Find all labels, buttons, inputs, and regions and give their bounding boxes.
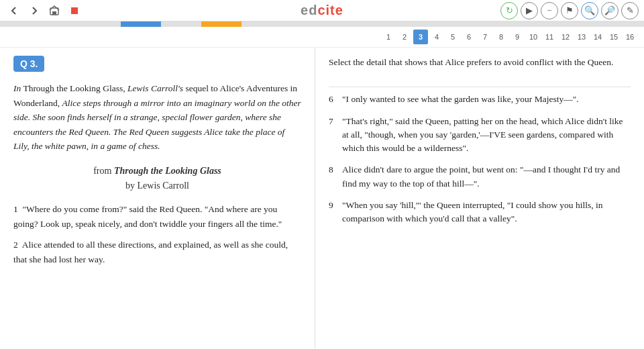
from-word: from: [93, 166, 114, 176]
question-number-3[interactable]: 3: [413, 30, 428, 44]
progress-seg-10: [362, 21, 402, 27]
passage-author-name: Lewis Carroll's: [127, 83, 183, 93]
progress-seg-4: [121, 21, 161, 27]
progress-seg-14: [523, 21, 564, 27]
progress-seg-2: [40, 21, 80, 27]
progress-seg-3: [80, 21, 121, 27]
answer-option-9[interactable]: 9 "When you say 'hill,'" the Queen inter…: [329, 199, 631, 226]
minus-button[interactable]: −: [541, 2, 558, 19]
question-number-6[interactable]: 6: [462, 30, 476, 44]
option-num-9: 9: [329, 199, 338, 212]
progress-seg-16: [604, 21, 644, 27]
question-divider: [329, 87, 631, 87]
question-number-11[interactable]: 11: [542, 30, 557, 44]
question-label: Q 3.: [13, 56, 44, 72]
passage-intro: In Through the Looking Glass, Lewis Carr…: [13, 81, 301, 154]
back-button[interactable]: [5, 2, 23, 19]
option-num-7: 7: [329, 115, 338, 128]
question-number-15[interactable]: 15: [606, 30, 621, 44]
question-panel: Select the detail that shows that Alice …: [315, 48, 644, 348]
question-number-16[interactable]: 16: [623, 30, 637, 44]
video-button[interactable]: ▶: [521, 2, 538, 19]
answer-option-7[interactable]: 7 "That's right," said the Queen, pattin…: [329, 115, 631, 156]
question-number-bar: 12345678910111213141516: [0, 27, 644, 48]
question-number-8[interactable]: 8: [494, 30, 508, 44]
book-title: Through the Looking Glass: [114, 166, 221, 176]
forward-button[interactable]: [25, 2, 43, 19]
top-navigation-bar: edcite ↻ ▶ − ⚑ 🔍 🔎 ✎: [0, 0, 644, 21]
svg-rect-2: [71, 7, 78, 14]
passage-main-italic: Alice steps through a mirror into an ima…: [13, 98, 301, 152]
paragraph-num-1: 1: [13, 204, 23, 214]
question-number-2[interactable]: 2: [397, 30, 412, 44]
paragraph-text-1: "Where do you come from?" said the Red Q…: [13, 204, 282, 229]
progress-seg-8: [282, 21, 322, 27]
answer-option-6[interactable]: 6 "I only wanted to see what the garden …: [329, 93, 631, 106]
logo-ed: ed: [301, 3, 317, 17]
nav-left-buttons: [5, 2, 83, 19]
question-number-1[interactable]: 1: [381, 30, 396, 44]
home-button[interactable]: [46, 2, 63, 19]
nav-right-buttons: ↻ ▶ − ⚑ 🔍 🔎 ✎: [500, 2, 639, 19]
passage-intro-italic-in: In: [13, 83, 21, 93]
progress-seg-11: [402, 21, 443, 27]
progress-seg-9: [322, 21, 362, 27]
option-text-6: "I only wanted to see what the garden wa…: [342, 93, 579, 106]
progress-seg-7: [241, 21, 282, 27]
logo-cite: cite: [317, 3, 343, 17]
option-num-6: 6: [329, 93, 338, 106]
stop-button[interactable]: [66, 2, 83, 19]
book-attribution: from Through the Looking Glass: [13, 166, 301, 177]
option-text-8: Alice didn't dare to argue the point, bu…: [342, 163, 631, 191]
refresh-button[interactable]: ↻: [500, 2, 518, 19]
question-prompt: Select the detail that shows that Alice …: [329, 56, 631, 76]
main-content: Q 3. In Through the Looking Glass, Lewis…: [0, 48, 644, 348]
progress-bar: [0, 21, 644, 27]
svg-rect-1: [52, 11, 56, 15]
question-number-9[interactable]: 9: [510, 30, 525, 44]
progress-seg-5: [161, 21, 201, 27]
question-number-7[interactable]: 7: [478, 30, 492, 44]
app-logo: edcite: [301, 3, 343, 18]
question-number-10[interactable]: 10: [526, 30, 541, 44]
question-number-12[interactable]: 12: [558, 30, 573, 44]
zoom-out-button[interactable]: 🔎: [601, 2, 619, 19]
progress-seg-12: [443, 21, 483, 27]
answer-option-8[interactable]: 8 Alice didn't dare to argue the point, …: [329, 163, 631, 191]
question-number-4[interactable]: 4: [429, 30, 444, 44]
book-author: by Lewis Carroll: [13, 181, 301, 191]
progress-seg-6: [201, 21, 241, 27]
passage-paragraph-1: 1 "Where do you come from?" said the Red…: [13, 202, 301, 231]
option-text-9: "When you say 'hill,'" the Queen interru…: [342, 199, 631, 226]
zoom-in-button[interactable]: 🔍: [581, 2, 598, 19]
question-number-14[interactable]: 14: [590, 30, 605, 44]
paragraph-text-2: Alice attended to all these directions, …: [13, 240, 288, 264]
passage-paragraph-2: 2 Alice attended to all these directions…: [13, 238, 301, 266]
flag-button[interactable]: ⚑: [561, 2, 578, 19]
progress-seg-1: [0, 21, 40, 27]
option-text-7: "That's right," said the Queen, patting …: [342, 115, 631, 156]
progress-seg-15: [564, 21, 604, 27]
passage-panel: Q 3. In Through the Looking Glass, Lewis…: [0, 48, 315, 348]
paragraph-num-2: 2: [13, 240, 22, 250]
question-number-13[interactable]: 13: [574, 30, 589, 44]
edit-button[interactable]: ✎: [621, 2, 639, 19]
question-number-5[interactable]: 5: [445, 30, 460, 44]
progress-seg-13: [483, 21, 523, 27]
option-num-8: 8: [329, 163, 338, 177]
